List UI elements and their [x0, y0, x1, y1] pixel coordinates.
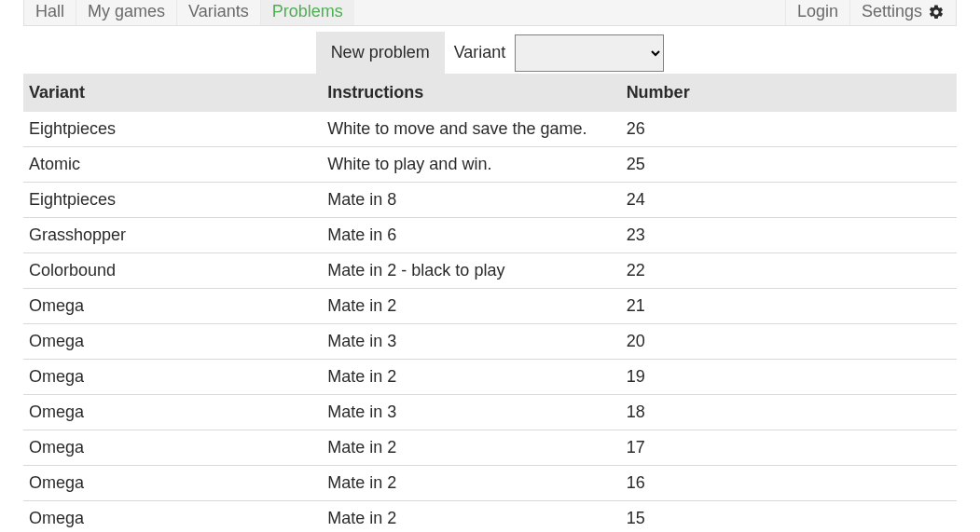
nav-variants[interactable]: Variants: [177, 0, 261, 25]
cell-variant: Omega: [23, 289, 322, 324]
cell-variant: Grasshopper: [23, 218, 322, 253]
problems-table: Variant Instructions Number EightpiecesW…: [23, 74, 957, 532]
cell-number: 25: [621, 147, 957, 183]
table-row[interactable]: OmegaMate in 318: [23, 395, 957, 430]
main-nav: Hall My games Variants Problems Login Se…: [23, 0, 957, 26]
nav-my-games[interactable]: My games: [76, 0, 177, 25]
cell-variant: Colorbound: [23, 253, 322, 289]
cell-variant: Omega: [23, 324, 322, 360]
cell-instructions: Mate in 2 - black to play: [322, 253, 620, 289]
table-row[interactable]: EightpiecesMate in 824: [23, 183, 957, 218]
cell-variant: Eightpieces: [23, 183, 322, 218]
table-header-row: Variant Instructions Number: [23, 74, 957, 112]
header-number: Number: [621, 74, 957, 112]
cell-variant: Eightpieces: [23, 112, 322, 147]
cell-instructions: Mate in 3: [322, 395, 620, 430]
cell-variant: Omega: [23, 501, 322, 533]
cell-number: 22: [621, 253, 957, 289]
cell-variant: Atomic: [23, 147, 322, 183]
table-row[interactable]: OmegaMate in 219: [23, 360, 957, 395]
cell-instructions: Mate in 2: [322, 501, 620, 533]
table-row[interactable]: OmegaMate in 216: [23, 466, 957, 501]
cell-instructions: Mate in 3: [322, 324, 620, 360]
new-problem-button[interactable]: New problem: [316, 32, 445, 74]
table-row[interactable]: GrasshopperMate in 623: [23, 218, 957, 253]
cell-number: 16: [621, 466, 957, 501]
cell-number: 19: [621, 360, 957, 395]
nav-right: Login Settings: [785, 0, 956, 25]
cell-instructions: Mate in 6: [322, 218, 620, 253]
controls-row: New problem Variant: [23, 32, 957, 74]
cell-instructions: Mate in 2: [322, 289, 620, 324]
cell-instructions: Mate in 2: [322, 360, 620, 395]
cell-number: 26: [621, 112, 957, 147]
table-row[interactable]: OmegaMate in 221: [23, 289, 957, 324]
cell-number: 18: [621, 395, 957, 430]
table-row[interactable]: EightpiecesWhite to move and save the ga…: [23, 112, 957, 147]
header-variant: Variant: [23, 74, 322, 112]
cell-instructions: Mate in 2: [322, 430, 620, 466]
table-row[interactable]: ColorboundMate in 2 - black to play22: [23, 253, 957, 289]
cell-variant: Omega: [23, 360, 322, 395]
variant-filter-label: Variant: [445, 32, 516, 74]
cell-number: 21: [621, 289, 957, 324]
nav-hall[interactable]: Hall: [24, 0, 76, 25]
cell-instructions: Mate in 2: [322, 466, 620, 501]
cell-instructions: White to move and save the game.: [322, 112, 620, 147]
header-instructions: Instructions: [322, 74, 620, 112]
cell-number: 23: [621, 218, 957, 253]
variant-select[interactable]: [515, 34, 664, 72]
cell-number: 17: [621, 430, 957, 466]
nav-left: Hall My games Variants Problems: [24, 0, 354, 25]
table-row[interactable]: OmegaMate in 215: [23, 501, 957, 533]
cell-number: 15: [621, 501, 957, 533]
cell-variant: Omega: [23, 466, 322, 501]
settings-label: Settings: [862, 2, 922, 21]
nav-login[interactable]: Login: [785, 0, 849, 25]
table-row[interactable]: OmegaMate in 320: [23, 324, 957, 360]
table-row[interactable]: OmegaMate in 217: [23, 430, 957, 466]
cell-instructions: White to play and win.: [322, 147, 620, 183]
gear-icon: [928, 4, 945, 20]
table-row[interactable]: AtomicWhite to play and win.25: [23, 147, 957, 183]
cell-variant: Omega: [23, 395, 322, 430]
cell-instructions: Mate in 8: [322, 183, 620, 218]
cell-number: 20: [621, 324, 957, 360]
cell-number: 24: [621, 183, 957, 218]
cell-variant: Omega: [23, 430, 322, 466]
nav-settings[interactable]: Settings: [849, 0, 956, 25]
nav-problems[interactable]: Problems: [261, 0, 354, 25]
